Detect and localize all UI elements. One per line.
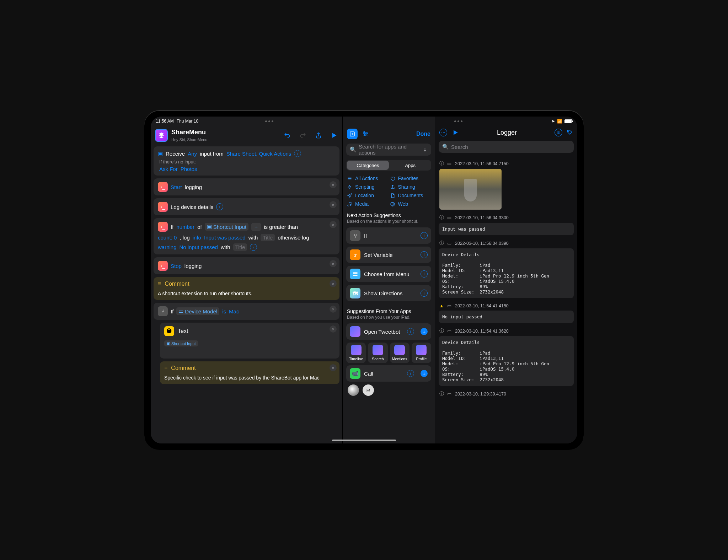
var-device-model[interactable]: ▭ Device Model xyxy=(176,307,219,315)
cat-favorites[interactable]: Favorites xyxy=(390,176,431,181)
remove-icon[interactable]: × xyxy=(330,260,337,267)
comment-action[interactable]: × ≡Comment A shortcut extension to run o… xyxy=(154,277,339,300)
comment2-body[interactable]: Specific check to see if input was passe… xyxy=(164,375,335,381)
info-icon[interactable]: i xyxy=(407,328,414,335)
editor-body[interactable]: ▣ Receive Any input from Share Sheet, Qu… xyxy=(151,144,342,443)
ph-title[interactable]: Title xyxy=(261,234,275,241)
log-message[interactable]: Input was passed xyxy=(439,223,574,235)
seg-apps[interactable]: Apps xyxy=(390,160,432,171)
if-logging-action[interactable]: × ›_ If number of ▣ Shortcut Input ＋ is … xyxy=(154,218,339,254)
run-button[interactable] xyxy=(330,131,338,139)
filter-button[interactable] xyxy=(362,130,369,138)
remove-icon[interactable]: × xyxy=(330,221,337,228)
segmented-control[interactable]: Categories Apps xyxy=(346,160,431,171)
logger-play-button[interactable] xyxy=(451,129,459,136)
remove-icon[interactable]: × xyxy=(330,201,337,208)
sugg-open-tweetbot[interactable]: Open Tweetboti+ xyxy=(346,323,431,340)
text-action[interactable]: × 🅣Text ▣ Shortcut Input xyxy=(160,323,339,359)
cat-web[interactable]: Web xyxy=(390,201,431,207)
log-entry-header[interactable]: ⓘ▭2022-03-10, 11:54:41.3620 xyxy=(439,328,573,334)
remove-icon[interactable]: × xyxy=(330,280,337,287)
param-number[interactable]: number xyxy=(176,224,194,230)
cat-location[interactable]: Location xyxy=(347,193,388,198)
log-entry-header[interactable]: ⓘ▭2022-03-10, 11:56:04.7150 xyxy=(439,161,573,167)
kw-is[interactable]: is xyxy=(222,308,226,314)
mic-icon[interactable]: 🎙 xyxy=(422,147,428,153)
sugg-set-variable[interactable]: 𝑥Set Variablei xyxy=(346,247,431,263)
contact-avatar[interactable] xyxy=(348,384,359,396)
log-entry-header[interactable]: ⓘ▭2022-03-10, 11:56:04.3300 xyxy=(439,215,573,221)
done-button[interactable]: Done xyxy=(416,131,430,137)
var-shortcut-input[interactable]: ▣ Shortcut Input xyxy=(205,223,248,231)
log-entry-header[interactable]: ⓘ▭2022-03-10, 1:29:39.4170 xyxy=(439,391,573,397)
msg-noinput[interactable]: No input passed xyxy=(180,244,218,250)
multitasking-dots[interactable] xyxy=(201,120,337,122)
cat-media[interactable]: Media xyxy=(347,201,388,207)
comment-body[interactable]: A shortcut extension to run other shortc… xyxy=(158,291,335,296)
sugg-if[interactable]: ⑂Ifi xyxy=(346,227,431,244)
info-icon[interactable]: i xyxy=(421,251,428,258)
tag-icon[interactable] xyxy=(567,129,573,136)
tb-mentions[interactable]: Mentions xyxy=(390,343,410,363)
info-icon[interactable]: i xyxy=(421,290,428,297)
param-count[interactable]: count: 0 xyxy=(158,235,177,241)
text-content-chip[interactable]: ▣ Shortcut Input xyxy=(164,340,198,346)
info-icon[interactable]: i xyxy=(421,232,428,239)
remove-icon[interactable]: × xyxy=(330,364,337,371)
add-icon[interactable]: + xyxy=(421,328,428,335)
cat-scripting[interactable]: Scripting xyxy=(347,184,388,190)
val-mac[interactable]: Mac xyxy=(229,308,239,314)
log-message[interactable]: No input passed xyxy=(439,311,574,323)
stop-action[interactable]: × ›_ Stop logging xyxy=(154,257,339,274)
sugg-choose-menu[interactable]: ☰Choose from Menui xyxy=(346,266,431,282)
info-icon[interactable]: i xyxy=(407,370,414,377)
share-button[interactable] xyxy=(315,131,322,139)
expand-icon[interactable]: › xyxy=(294,150,301,157)
comment2-action[interactable]: × ≡Comment Specific check to see if inpu… xyxy=(160,361,339,384)
filter-lines-button[interactable]: ≡ xyxy=(555,129,562,136)
actions-search[interactable]: 🔍 Search for apps and actions 🎙 xyxy=(346,144,431,156)
tb-profile[interactable]: Profile xyxy=(412,343,431,363)
param-any[interactable]: Any xyxy=(188,151,197,157)
param-source[interactable]: Share Sheet, Quick Actions xyxy=(226,151,291,157)
remove-icon[interactable]: × xyxy=(330,181,337,188)
level-warning[interactable]: warning xyxy=(158,244,177,250)
expand-icon[interactable]: › xyxy=(216,203,223,210)
start-action[interactable]: × ›_ Start logging xyxy=(154,178,339,195)
add-icon[interactable]: + xyxy=(421,370,428,377)
add-shortcut-button[interactable] xyxy=(347,129,358,139)
level-info[interactable]: info xyxy=(193,235,201,241)
log-entry-header[interactable]: ⓘ▭2022-03-10, 11:56:04.0390 xyxy=(439,240,573,246)
cat-sharing[interactable]: Sharing xyxy=(390,184,431,190)
cat-documents[interactable]: Documents xyxy=(390,193,431,198)
expand-icon[interactable]: › xyxy=(250,244,257,251)
seg-categories[interactable]: Categories xyxy=(347,161,389,170)
msg-passed[interactable]: Input was passed xyxy=(204,235,246,241)
log-device-details[interactable]: Device Details Family: iPad Model ID: iP… xyxy=(439,248,574,298)
receive-action[interactable]: ▣ Receive Any input from Share Sheet, Qu… xyxy=(154,146,339,176)
ask-photos[interactable]: Photos xyxy=(181,166,197,172)
undo-button[interactable] xyxy=(283,131,291,139)
home-indicator[interactable] xyxy=(332,440,396,441)
log-entry-header-warning[interactable]: ▲▭2022-03-10, 11:54:41.4150 xyxy=(439,303,573,308)
sugg-call[interactable]: 📹Calli+ xyxy=(346,365,431,382)
cat-all-actions[interactable]: All Actions xyxy=(347,176,388,181)
tb-search[interactable]: Search xyxy=(368,343,387,363)
log-device-details[interactable]: Device Details Family: iPad Model ID: iP… xyxy=(439,336,574,386)
logger-search[interactable]: 🔍 Search xyxy=(439,141,574,153)
multitasking-dots[interactable] xyxy=(454,120,462,122)
add-var-icon[interactable]: ＋ xyxy=(251,223,261,231)
sugg-show-directions[interactable]: 🗺Show Directionsi xyxy=(346,285,431,301)
logger-body[interactable]: ⓘ▭2022-03-10, 11:56:04.7150 ⓘ▭2022-03-10… xyxy=(435,154,577,443)
ph-title2[interactable]: Title xyxy=(233,243,247,251)
contact-avatar[interactable]: R xyxy=(363,384,374,396)
info-icon[interactable]: i xyxy=(421,270,428,278)
ask-for[interactable]: Ask For xyxy=(159,166,178,172)
log-device-action[interactable]: × ›_ Log device details › xyxy=(154,198,339,215)
remove-icon[interactable]: × xyxy=(330,306,337,313)
shortcut-icon[interactable] xyxy=(155,129,168,142)
menu-button[interactable]: ⋯ xyxy=(439,129,447,136)
log-image[interactable] xyxy=(439,169,502,210)
tb-timeline[interactable]: Timeline xyxy=(346,343,366,363)
remove-icon[interactable]: × xyxy=(330,325,337,333)
